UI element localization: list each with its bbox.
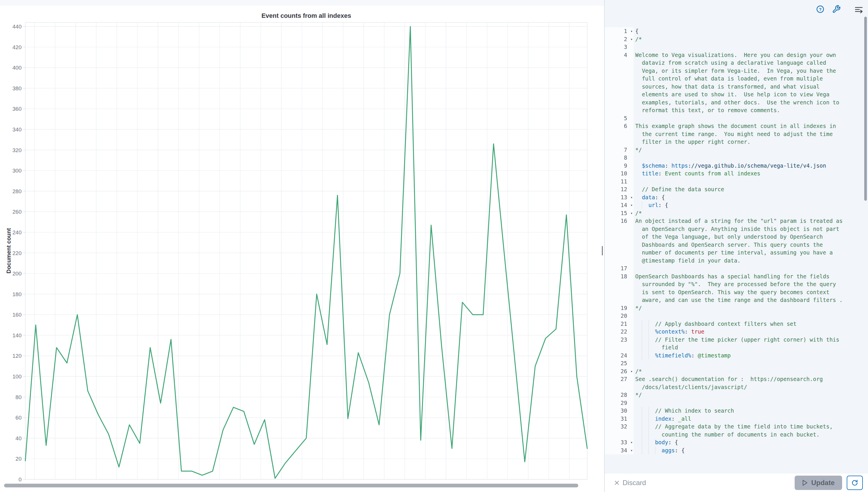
- code-cell[interactable]: [635, 265, 844, 273]
- code-line[interactable]: 28*/: [605, 391, 868, 399]
- code-cell[interactable]: $schema: https://vega.github.io/schema/v…: [635, 162, 844, 170]
- code-line[interactable]: 34▾aggs: {: [605, 447, 868, 454]
- code-line[interactable]: 17: [605, 265, 868, 273]
- code-cell[interactable]: /*: [635, 368, 844, 375]
- plot-border: [25, 22, 587, 479]
- y-axis-title: Document count: [5, 228, 12, 273]
- code-cell[interactable]: See .search() documentation for : https:…: [635, 375, 844, 391]
- code-line[interactable]: 15▾/*: [605, 210, 868, 217]
- code-cell[interactable]: [635, 178, 844, 186]
- code-line[interactable]: 3: [605, 43, 868, 51]
- y-tick-label: 180: [13, 291, 22, 297]
- code-cell[interactable]: */: [635, 146, 844, 154]
- code-line[interactable]: 32// Aggregate data by the time field in…: [605, 423, 868, 439]
- code-line[interactable]: 10title: Event counts from all indexes: [605, 170, 868, 178]
- code-line[interactable]: 14▾url: {: [605, 201, 868, 210]
- code-cell[interactable]: url: {: [635, 201, 844, 210]
- fold-arrow-icon[interactable]: ▾: [630, 201, 633, 210]
- discard-button[interactable]: Discard: [612, 478, 648, 487]
- line-number-gutter: 12: [605, 186, 633, 194]
- code-token: :: [691, 352, 698, 359]
- code-line[interactable]: 11: [605, 178, 868, 186]
- close-icon: [614, 480, 620, 486]
- code-cell[interactable]: This example graph shows the document co…: [635, 122, 844, 146]
- code-line[interactable]: 29: [605, 399, 868, 407]
- code-cell[interactable]: [635, 360, 844, 368]
- code-cell[interactable]: /*: [635, 35, 844, 43]
- fold-arrow-icon[interactable]: ▾: [630, 27, 633, 35]
- code-line[interactable]: 22%context%: true: [605, 328, 868, 336]
- code-line[interactable]: 24%timefield%: @timestamp: [605, 352, 868, 360]
- code-cell[interactable]: OpenSearch Dashboards has a special hand…: [635, 273, 844, 304]
- fold-arrow-icon[interactable]: ▾: [630, 368, 633, 375]
- code-cell[interactable]: data: {: [635, 194, 844, 202]
- code-token: ://vega.github.io/schema/vega-lite/v4.js…: [688, 163, 826, 169]
- code-editor[interactable]: 1▾{2▾/*34Welcome to Vega visualizations.…: [605, 27, 868, 454]
- refresh-icon: [851, 479, 859, 487]
- update-button[interactable]: Update: [795, 475, 842, 490]
- fold-arrow-icon[interactable]: ▾: [630, 35, 633, 43]
- code-line[interactable]: 30// Which index to search: [605, 407, 868, 415]
- code-line[interactable]: 33▾body: {: [605, 439, 868, 447]
- code-line[interactable]: 25: [605, 360, 868, 368]
- code-cell[interactable]: Welcome to Vega visualizations. Here you…: [635, 51, 844, 115]
- code-line[interactable]: 23// Filter the time picker (upper right…: [605, 336, 868, 352]
- code-cell[interactable]: */: [635, 391, 844, 399]
- code-cell[interactable]: title: Event counts from all indexes: [635, 170, 844, 178]
- code-cell[interactable]: /*: [635, 210, 844, 217]
- code-cell[interactable]: // Aggregate data by the time field into…: [635, 423, 844, 439]
- code-cell[interactable]: index: _all: [635, 415, 844, 423]
- code-line[interactable]: 5: [605, 115, 868, 123]
- code-cell[interactable]: // Which index to search: [635, 407, 844, 415]
- refresh-button[interactable]: [847, 475, 863, 490]
- code-line[interactable]: 31index: _all: [605, 415, 868, 423]
- line-number: 25: [605, 360, 633, 368]
- code-cell[interactable]: [635, 312, 844, 320]
- line-number: 13: [605, 194, 633, 202]
- line-number-gutter: 26▾: [605, 368, 633, 375]
- code-line[interactable]: 21// Apply dashboard context filters whe…: [605, 320, 868, 328]
- code-cell[interactable]: %context%: true: [635, 328, 844, 336]
- code-token: $schema: [642, 163, 665, 169]
- code-cell[interactable]: */: [635, 304, 844, 312]
- code-cell[interactable]: [635, 399, 844, 407]
- help-icon[interactable]: ?: [816, 5, 825, 14]
- code-line[interactable]: 9$schema: https://vega.github.io/schema/…: [605, 162, 868, 170]
- code-line[interactable]: 8: [605, 154, 868, 162]
- code-line[interactable]: 16An object instead of a string for the …: [605, 217, 868, 265]
- fold-arrow-icon[interactable]: ▾: [630, 210, 633, 217]
- code-cell[interactable]: aggs: {: [635, 447, 844, 454]
- code-line[interactable]: 19*/: [605, 304, 868, 312]
- code-line[interactable]: 1▾{: [605, 27, 868, 35]
- code-cell[interactable]: // Define the data source: [635, 186, 844, 194]
- code-line[interactable]: 12// Define the data source: [605, 186, 868, 194]
- code-line[interactable]: 26▾/*: [605, 368, 868, 375]
- code-line[interactable]: 20: [605, 312, 868, 320]
- code-cell[interactable]: body: {: [635, 439, 844, 447]
- code-line[interactable]: 18OpenSearch Dashboards has a special ha…: [605, 273, 868, 304]
- code-cell[interactable]: [635, 115, 844, 123]
- wrench-icon[interactable]: [832, 5, 841, 14]
- line-number-gutter: 16: [605, 217, 633, 265]
- code-cell[interactable]: [635, 154, 844, 162]
- code-line[interactable]: 13▾data: {: [605, 194, 868, 202]
- code-cell[interactable]: [635, 43, 844, 51]
- editor-vertical-scrollbar[interactable]: [864, 17, 867, 201]
- code-line[interactable]: 27See .search() documentation for : http…: [605, 375, 868, 391]
- code-line[interactable]: 6This example graph shows the document c…: [605, 122, 868, 146]
- fold-arrow-icon[interactable]: ▾: [630, 447, 633, 454]
- code-cell[interactable]: // Apply dashboard context filters when …: [635, 320, 844, 328]
- fold-arrow-icon[interactable]: ▾: [630, 439, 633, 447]
- code-cell[interactable]: {: [635, 27, 844, 35]
- fold-arrow-icon[interactable]: ▾: [630, 194, 633, 202]
- code-line[interactable]: 7*/: [605, 146, 868, 154]
- code-line[interactable]: 2▾/*: [605, 35, 868, 43]
- code-cell[interactable]: %timefield%: @timestamp: [635, 352, 844, 360]
- code-cell[interactable]: // Filter the time picker (upper right c…: [635, 336, 844, 352]
- line-number-gutter: 7: [605, 146, 633, 154]
- chart-horizontal-scrollbar[interactable]: [4, 484, 578, 487]
- code-line[interactable]: 4Welcome to Vega visualizations. Here yo…: [605, 51, 868, 115]
- menu-right-icon[interactable]: [854, 5, 863, 14]
- indent-guide: [655, 447, 655, 454]
- code-cell[interactable]: An object instead of a string for the "u…: [635, 217, 844, 265]
